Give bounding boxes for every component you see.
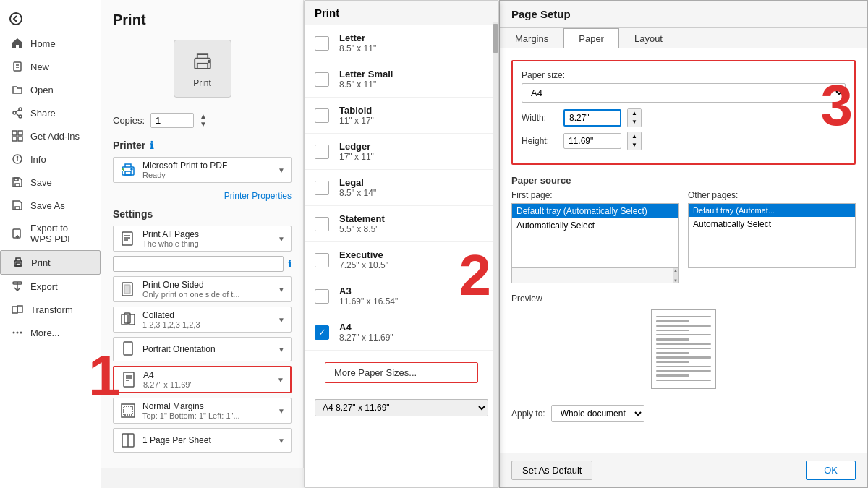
printer-properties-link[interactable]: Printer Properties — [224, 191, 292, 201]
svg-point-29 — [20, 332, 22, 334]
svg-point-4 — [19, 108, 22, 111]
tabs-row: Margins Paper Layout — [500, 28, 867, 48]
paper-a4[interactable]: ✓ A4 8.27" x 11.69" — [305, 314, 498, 351]
orientation-row[interactable]: Portrait Orientation ▼ — [113, 337, 292, 361]
paper-footer-select[interactable]: A4 8.27" x 11.69" — [315, 399, 488, 416]
sidebar-item-info[interactable]: Info — [0, 147, 101, 171]
preview-section: Preview — [511, 294, 856, 389]
pages-row: ℹ — [113, 256, 292, 272]
print-title: Print — [113, 12, 292, 28]
svg-rect-25 — [12, 307, 17, 313]
first-page-default[interactable]: Default tray (Automatically Select) — [512, 204, 678, 218]
pages-per-sheet-row[interactable]: 1 Page Per Sheet ▼ — [113, 428, 292, 453]
sidebar-item-save-as[interactable]: Save As — [0, 194, 101, 217]
paper-letter-small[interactable]: Letter Small 8.5" x 11" — [305, 61, 498, 98]
svg-point-27 — [13, 332, 15, 334]
ledger-checkbox[interactable] — [315, 145, 329, 159]
svg-rect-42 — [124, 285, 130, 294]
one-sided-label: Print One Sided — [142, 280, 272, 290]
sidebar-item-more[interactable]: More... — [0, 321, 101, 344]
other-pages-col: Other pages: Default tray (Automat... Au… — [688, 190, 856, 283]
sidebar-item-print[interactable]: Print — [0, 250, 101, 275]
page-setup-content: Paper size: A4 Width: ▲ ▼ Height: ▲ — [500, 48, 867, 453]
print-panel: Print Print Copies: ▲▼ Printer ℹ — [101, 0, 304, 468]
paper-a3[interactable]: A3 11.69" x 16.54" — [305, 278, 498, 314]
letter-small-checkbox[interactable] — [315, 72, 329, 87]
paper-dropdown: Print Letter 8.5" x 11" Letter Small 8.5… — [304, 0, 499, 488]
collated-label: Collated — [142, 310, 272, 320]
height-input[interactable] — [563, 133, 621, 149]
pages-input[interactable] — [113, 256, 284, 272]
width-down-button[interactable]: ▼ — [628, 118, 641, 127]
source-columns: First page: Default tray (Automatically … — [511, 190, 856, 283]
tab-layout[interactable]: Layout — [619, 28, 678, 48]
first-page-auto[interactable]: Automatically Select — [512, 218, 678, 233]
pages-info-icon[interactable]: ℹ — [288, 258, 292, 270]
print-btn-label: Print — [193, 78, 211, 88]
paper-size-select[interactable]: A4 — [522, 83, 846, 103]
more-paper-sizes-button[interactable]: More Paper Sizes... — [325, 362, 478, 383]
width-label: Width: — [522, 113, 558, 123]
page-setup-panel: Page Setup Margins Paper Layout Paper si… — [499, 0, 868, 488]
paper-size-row[interactable]: A4 8.27" x 11.69" ▼ — [113, 366, 292, 393]
set-default-button[interactable]: Set As Default — [511, 461, 592, 480]
printer-info-icon[interactable]: ℹ — [150, 140, 153, 151]
page-setup-title: Page Setup — [500, 1, 867, 28]
width-up-button[interactable]: ▲ — [628, 109, 641, 118]
print-button[interactable]: Print — [174, 40, 231, 98]
orientation-label: Portrait Orientation — [142, 344, 272, 354]
paper-ledger[interactable]: Ledger 17" x 11" — [305, 134, 498, 170]
a3-checkbox[interactable] — [315, 289, 329, 304]
sidebar-item-open[interactable]: Open — [0, 78, 101, 101]
svg-point-5 — [13, 111, 16, 114]
print-one-sided-row[interactable]: Print One Sided Only print on one side o… — [113, 276, 292, 302]
tab-paper[interactable]: Paper — [563, 28, 619, 48]
back-button[interactable] — [0, 6, 101, 32]
sidebar-item-new[interactable]: New — [0, 55, 101, 78]
margins-row[interactable]: Normal Margins Top: 1" Bottom: 1" Left: … — [113, 398, 292, 424]
legal-checkbox[interactable] — [315, 181, 329, 195]
footer-select-wrap: A4 8.27" x 11.69" — [305, 395, 498, 421]
sidebar-item-home[interactable]: Home — [0, 32, 101, 55]
sidebar-item-export[interactable]: Export — [0, 275, 101, 298]
sidebar-item-save[interactable]: Save — [0, 171, 101, 194]
tabloid-checkbox[interactable] — [315, 108, 329, 123]
scrollbar-track[interactable] — [493, 22, 498, 487]
paper-tabloid[interactable]: Tabloid 11" x 17" — [305, 98, 498, 134]
ok-button[interactable]: OK — [806, 461, 856, 480]
tab-margins[interactable]: Margins — [500, 28, 563, 48]
svg-rect-11 — [12, 137, 17, 141]
collated-sub: 1,2,3 1,2,3 1,2,3 — [142, 320, 272, 329]
letter-checkbox[interactable] — [315, 36, 329, 51]
sidebar-item-get-add-ins[interactable]: Get Add-ins — [0, 124, 101, 147]
paper-source-label: Paper source — [511, 175, 856, 186]
margins-sub: Top: 1" Bottom: 1" Left: 1"... — [142, 411, 272, 420]
executive-checkbox[interactable] — [315, 253, 329, 267]
sidebar-item-export-wps[interactable]: Export to WPS PDF — [0, 217, 101, 250]
other-pages-auto[interactable]: Automatically Select — [689, 217, 855, 231]
other-pages-default[interactable]: Default tray (Automat... — [689, 204, 855, 217]
paper-legal[interactable]: Legal 8.5" x 14" — [305, 170, 498, 206]
sidebar-item-share[interactable]: Share — [0, 101, 101, 124]
svg-point-32 — [208, 61, 210, 63]
width-input[interactable] — [563, 109, 621, 127]
height-up-button[interactable]: ▲ — [628, 132, 641, 141]
printer-row[interactable]: Microsoft Print to PDF Ready ▼ — [113, 157, 292, 183]
paper-letter[interactable]: Letter 8.5" x 11" — [305, 25, 498, 61]
print-all-pages-row[interactable]: Print All Pages The whole thing ▼ — [113, 226, 292, 252]
first-page-col: First page: Default tray (Automatically … — [511, 190, 679, 283]
sidebar-item-transform[interactable]: Transform — [0, 298, 101, 321]
per-sheet-icon — [119, 432, 137, 449]
printer-section-label: Printer — [113, 140, 145, 151]
portrait-icon — [119, 341, 137, 358]
paper-statement[interactable]: Statement 5.5" x 8.5" — [305, 206, 498, 242]
apply-to-select[interactable]: Whole document — [551, 405, 644, 422]
statement-checkbox[interactable] — [315, 217, 329, 231]
a4-checkbox[interactable]: ✓ — [315, 325, 329, 340]
scrollbar-thumb[interactable] — [493, 24, 498, 53]
height-down-button[interactable]: ▼ — [628, 141, 641, 150]
collated-row[interactable]: Collated 1,2,3 1,2,3 1,2,3 ▼ — [113, 307, 292, 333]
copies-input[interactable] — [150, 113, 194, 128]
svg-rect-22 — [16, 263, 20, 266]
paper-executive[interactable]: Executive 7.25" x 10.5" — [305, 242, 498, 278]
